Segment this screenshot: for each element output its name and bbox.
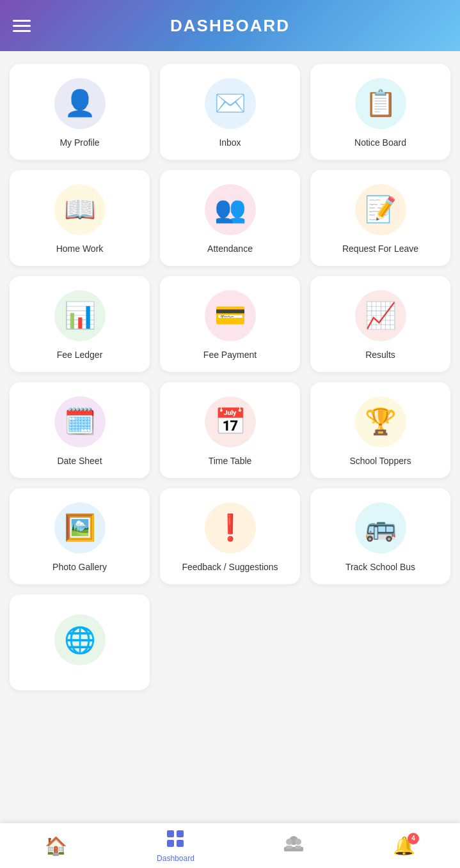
world-icon: 🌐 <box>54 614 106 665</box>
attendance-label: Attendance <box>207 243 253 254</box>
results-icon: 📈 <box>355 290 406 341</box>
svg-rect-0 <box>167 830 174 837</box>
svg-rect-1 <box>177 830 184 837</box>
svg-point-9 <box>295 839 301 845</box>
card-world[interactable]: 🌐 <box>10 594 150 690</box>
dashboard-icon <box>166 829 185 853</box>
school-toppers-icon: 🏆 <box>355 396 406 447</box>
main-content: 👤My Profile✉️Inbox📋Notice Board📖Home Wor… <box>0 51 460 823</box>
card-request-leave[interactable]: 📝Request For Leave <box>310 170 450 266</box>
fee-ledger-label: Fee Ledger <box>57 349 103 360</box>
time-table-label: Time Table <box>209 455 252 467</box>
card-feedback[interactable]: ❗Feedback / Suggestions <box>160 488 300 584</box>
nav-dashboard[interactable]: Dashboard <box>144 824 207 868</box>
notice-board-icon: 📋 <box>355 78 406 129</box>
feedback-icon: ❗ <box>205 502 256 554</box>
fee-payment-label: Fee Payment <box>203 349 257 360</box>
card-attendance[interactable]: 👥Attendance <box>160 170 300 266</box>
date-sheet-label: Date Sheet <box>57 455 102 467</box>
home-work-icon: 📖 <box>54 184 106 235</box>
card-photo-gallery[interactable]: 🖼️Photo Gallery <box>10 488 150 584</box>
page-title: DASHBOARD <box>170 16 290 36</box>
time-table-icon: 📅 <box>205 396 256 447</box>
card-inbox[interactable]: ✉️Inbox <box>160 64 300 160</box>
photo-gallery-label: Photo Gallery <box>52 561 107 573</box>
notice-board-label: Notice Board <box>354 137 406 148</box>
card-fee-payment[interactable]: 💳Fee Payment <box>160 276 300 372</box>
card-fee-ledger[interactable]: 📊Fee Ledger <box>10 276 150 372</box>
svg-point-7 <box>286 839 292 845</box>
svg-rect-6 <box>286 846 292 849</box>
dashboard-nav-label: Dashboard <box>157 854 194 863</box>
header: DASHBOARD <box>0 0 460 51</box>
card-track-bus[interactable]: 🚌Track School Bus <box>310 488 450 584</box>
request-leave-icon: 📝 <box>355 184 406 235</box>
photo-gallery-icon: 🖼️ <box>54 502 106 554</box>
request-leave-label: Request For Leave <box>342 243 418 254</box>
card-my-profile[interactable]: 👤My Profile <box>10 64 150 160</box>
card-time-table[interactable]: 📅Time Table <box>160 382 300 478</box>
fee-payment-icon: 💳 <box>205 290 256 341</box>
svg-rect-2 <box>167 840 174 847</box>
svg-rect-3 <box>177 840 184 847</box>
inbox-icon: ✉️ <box>205 78 256 129</box>
dashboard-grid: 👤My Profile✉️Inbox📋Notice Board📖Home Wor… <box>10 64 450 690</box>
card-date-sheet[interactable]: 🗓️Date Sheet <box>10 382 150 478</box>
results-label: Results <box>365 349 395 360</box>
svg-rect-8 <box>295 846 301 849</box>
fee-ledger-icon: 📊 <box>54 290 106 341</box>
my-profile-icon: 👤 <box>54 78 106 129</box>
card-school-toppers[interactable]: 🏆School Toppers <box>310 382 450 478</box>
bottom-navigation: 🏠 Dashboard 4 🔔 <box>0 823 460 868</box>
card-results[interactable]: 📈Results <box>310 276 450 372</box>
card-notice-board[interactable]: 📋Notice Board <box>310 64 450 160</box>
my-profile-label: My Profile <box>59 137 99 148</box>
card-home-work[interactable]: 📖Home Work <box>10 170 150 266</box>
nav-users[interactable] <box>271 829 316 863</box>
users-icon <box>284 834 303 858</box>
attendance-icon: 👥 <box>205 184 256 235</box>
nav-home[interactable]: 🏠 <box>32 830 80 862</box>
home-work-label: Home Work <box>56 243 104 254</box>
inbox-label: Inbox <box>219 137 241 148</box>
nav-notifications[interactable]: 4 🔔 <box>380 830 428 862</box>
school-toppers-label: School Toppers <box>349 455 411 467</box>
menu-button[interactable] <box>13 20 31 32</box>
track-bus-label: Track School Bus <box>345 561 415 573</box>
feedback-label: Feedback / Suggestions <box>182 561 278 573</box>
home-icon: 🏠 <box>45 835 67 856</box>
track-bus-icon: 🚌 <box>355 502 406 554</box>
notification-badge: 4 <box>408 833 419 844</box>
date-sheet-icon: 🗓️ <box>54 396 106 447</box>
